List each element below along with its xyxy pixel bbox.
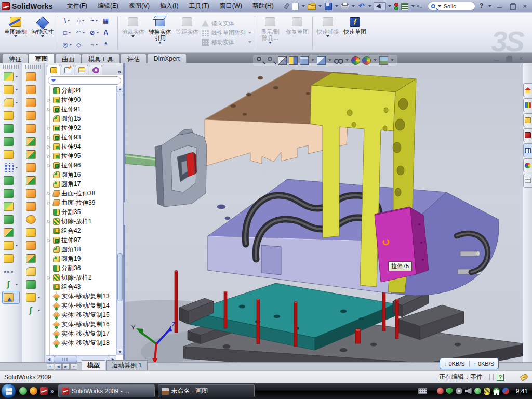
new-document-button[interactable]	[290, 2, 300, 10]
toolbar-button[interactable]	[22, 265, 44, 278]
feature-tree-item[interactable]: ▷ 实体-移动/复制14	[47, 301, 116, 310]
chevron-down-icon[interactable]	[302, 5, 305, 7]
feature-tree-item[interactable]: ▷ 拉伸95	[47, 151, 116, 161]
offset-entities-button[interactable]: 等距实体	[174, 14, 200, 51]
graphics-viewport[interactable]: Y Z X 拉伸75	[125, 63, 523, 362]
feature-tree-item[interactable]: ▷ 曲面-拉伸39	[47, 198, 116, 207]
sketch-entity-button[interactable]: ◠	[74, 27, 88, 39]
expand-arrow-icon[interactable]: ▷	[47, 191, 51, 196]
sketch-draw-button[interactable]: 草图绘制	[3, 14, 29, 51]
feature-tree-item[interactable]: ▷ 分割34	[47, 86, 116, 95]
chevron-down-icon[interactable]	[15, 102, 18, 103]
toolbar-button[interactable]	[22, 70, 44, 83]
sketch-entity-button[interactable]: □	[61, 27, 74, 39]
zoom-area-icon[interactable]	[267, 56, 276, 65]
tag-icon[interactable]	[520, 373, 528, 381]
chevron-down-icon[interactable]	[391, 59, 393, 61]
scrollbar-thumb[interactable]	[117, 253, 123, 301]
convert-entities-button[interactable]: 转换实体引用	[147, 14, 173, 51]
toolbar-button[interactable]	[0, 213, 22, 226]
scroll-down-icon[interactable]: ▼	[117, 349, 123, 355]
menu-item[interactable]: 工具(T)	[184, 0, 214, 12]
chevron-down-icon[interactable]	[96, 44, 98, 45]
menu-item[interactable]: 插入(I)	[155, 0, 183, 12]
toolbar-button[interactable]	[22, 122, 44, 135]
tab-toolbox[interactable]	[523, 128, 532, 142]
menu-item[interactable]: 窗口(W)	[215, 0, 247, 12]
chevron-down-icon[interactable]	[15, 284, 18, 285]
feature-tree-item[interactable]: ▷ 圆角15	[47, 114, 116, 123]
tray-icon[interactable]	[474, 388, 481, 394]
toolbar-button[interactable]	[22, 304, 44, 317]
toolbar-button[interactable]	[22, 226, 44, 239]
doc-close-button[interactable]	[516, 55, 525, 62]
toolbar-button[interactable]	[22, 187, 44, 200]
sketch-entity-button[interactable]: ◇	[74, 39, 88, 51]
toolbar-drag-handle[interactable]	[25, 65, 41, 69]
scroll-left-icon[interactable]: ◀	[46, 356, 52, 362]
feature-tree-item[interactable]: ▷ 实体-移动/复制17	[47, 329, 116, 338]
sketch-entity-button[interactable]: \	[61, 15, 74, 27]
chevron-down-icon[interactable]	[41, 35, 44, 37]
toolbar-button[interactable]	[22, 96, 44, 109]
first-tab-icon[interactable]: «	[47, 363, 54, 370]
feature-tree-item[interactable]: ▷ 圆角17	[47, 179, 116, 189]
options-list-button[interactable]	[400, 2, 409, 10]
view-orientation-icon[interactable]	[300, 56, 309, 65]
tab-configurationmanager[interactable]	[75, 65, 88, 75]
print-button[interactable]	[340, 2, 350, 10]
toolbar-drag-handle[interactable]	[3, 65, 19, 69]
expand-arrow-icon[interactable]: ▷	[47, 163, 51, 168]
messenger-icon[interactable]	[19, 387, 27, 395]
toolbar-button[interactable]	[0, 83, 22, 96]
chevron-down-icon[interactable]	[352, 5, 355, 7]
move-entities-button[interactable]: 移动实体	[202, 38, 252, 46]
trim-entities-button[interactable]: 剪裁实体	[120, 14, 146, 51]
help-button[interactable]	[477, 2, 486, 10]
toolbar-button[interactable]	[0, 239, 22, 252]
toolbar-button[interactable]	[0, 174, 22, 187]
feature-tree-item[interactable]: ▷ 拉伸94	[47, 142, 116, 151]
feature-tree-item[interactable]: ▷ 实体-移动/复制18	[47, 338, 116, 348]
search-box[interactable]: Solic	[428, 2, 475, 10]
toolbar-button[interactable]	[0, 122, 22, 135]
chevron-down-icon[interactable]	[158, 42, 162, 44]
chevron-down-icon[interactable]	[15, 89, 18, 90]
chevron-down-icon[interactable]	[68, 20, 70, 21]
expand-arrow-icon[interactable]: ▷	[47, 98, 51, 102]
toolbar-button[interactable]	[22, 278, 44, 291]
toolbar-button[interactable]	[22, 252, 44, 265]
tray-icon[interactable]	[446, 388, 453, 394]
expand-arrow-icon[interactable]: ▷	[47, 135, 51, 140]
tree-vertical-scrollbar[interactable]: ▲ ▼	[116, 86, 123, 355]
document-tab[interactable]: 模型	[82, 360, 105, 370]
feature-tree-item[interactable]: ▷ 组合43	[47, 282, 116, 291]
feature-tree-item[interactable]: ▷ 圆角16	[47, 170, 116, 179]
tab-featuremanager[interactable]	[47, 65, 60, 75]
feature-tree-item[interactable]: ▷ 圆角19	[47, 254, 116, 263]
scroll-up-icon[interactable]: ▲	[117, 86, 123, 92]
toolbar-button[interactable]	[0, 226, 22, 239]
minimize-button[interactable]	[496, 3, 504, 10]
feature-tree-item[interactable]: ▷ 分割35	[47, 207, 116, 217]
menu-item[interactable]: 视图(V)	[124, 0, 154, 12]
sketch-entity-button[interactable]: ○	[74, 15, 88, 27]
toolbar-button[interactable]	[0, 148, 22, 161]
toolbar-button[interactable]	[0, 70, 22, 83]
view-selector-icon[interactable]	[289, 56, 298, 65]
menu-item[interactable]: 编辑(E)	[93, 0, 123, 12]
display-style-icon[interactable]	[317, 56, 326, 65]
tab-dimxpertmanager[interactable]	[89, 65, 102, 75]
view-settings-icon[interactable]	[379, 56, 388, 65]
smart-dimension-button[interactable]: 智能尺寸	[30, 14, 56, 51]
toolbar-overflow-icon[interactable]	[417, 2, 426, 10]
toolbar-button[interactable]	[0, 200, 22, 213]
edit-appearance-icon[interactable]	[351, 56, 360, 65]
toolbar-button[interactable]	[0, 252, 22, 265]
sketch-entity-button[interactable]: ¬	[88, 39, 101, 51]
expand-arrow-icon[interactable]: ▷	[47, 154, 51, 158]
chevron-down-icon[interactable]	[96, 20, 98, 21]
expand-arrow-icon[interactable]: ▷	[47, 275, 51, 280]
toolbar-button[interactable]	[22, 109, 44, 122]
chevron-down-icon[interactable]	[488, 5, 491, 7]
